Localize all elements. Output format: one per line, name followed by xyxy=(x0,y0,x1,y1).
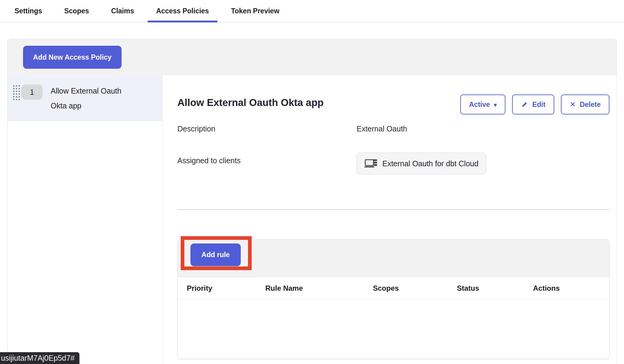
assigned-clients-label: Assigned to clients xyxy=(177,153,357,165)
chevron-down-icon: ▾ xyxy=(494,101,497,108)
close-icon: ✕ xyxy=(570,101,576,108)
pencil-icon xyxy=(521,101,528,108)
tab-access-policies[interactable]: Access Policies xyxy=(148,0,217,22)
tab-token-preview[interactable]: Token Preview xyxy=(223,0,288,22)
policy-action-buttons: Active ▾ Edit ✕ xyxy=(460,94,609,114)
column-header-scopes: Scopes xyxy=(373,284,457,293)
link-preview-statusbar: usijiutarM7Aj0Ep5d7# xyxy=(0,352,79,364)
policy-detail: Allow External Oauth Okta app Active ▾ xyxy=(163,75,616,364)
add-rule-button[interactable]: Add rule xyxy=(190,243,241,266)
section-divider xyxy=(177,209,609,210)
page: Settings Scopes Claims Access Policies T… xyxy=(0,0,624,364)
drag-handle-icon[interactable] xyxy=(12,84,20,101)
add-new-access-policy-button[interactable]: Add New Access Policy xyxy=(23,46,122,69)
rules-section: Add rule Priority Rule Name Scopes Statu… xyxy=(177,239,609,359)
policy-fields: Description External Oauth Assigned to c… xyxy=(177,124,609,174)
column-header-rule-name: Rule Name xyxy=(265,284,373,293)
panel-body: 1 Allow External Oauth Okta app Allow Ex… xyxy=(8,75,616,364)
client-app-icon xyxy=(364,157,378,170)
client-chip-label: External Oauth for dbt Cloud xyxy=(382,159,478,168)
description-row: Description External Oauth xyxy=(177,124,609,133)
rules-table-body-empty xyxy=(178,300,609,359)
tab-scopes[interactable]: Scopes xyxy=(56,0,98,22)
tab-bar: Settings Scopes Claims Access Policies T… xyxy=(0,0,624,22)
client-chip[interactable]: External Oauth for dbt Cloud xyxy=(357,153,486,174)
column-header-priority: Priority xyxy=(187,284,265,293)
rules-toolbar: Add rule xyxy=(178,240,609,277)
edit-button[interactable]: Edit xyxy=(512,94,554,114)
policy-list-sidebar: 1 Allow External Oauth Okta app xyxy=(8,75,163,364)
policy-list-item[interactable]: 1 Allow External Oauth Okta app xyxy=(8,75,162,121)
assigned-clients-row: Assigned to clients xyxy=(177,153,609,174)
policy-list-item-label: Allow External Oauth Okta app xyxy=(51,84,139,113)
status-dropdown-label: Active xyxy=(469,101,490,109)
delete-button-label: Delete xyxy=(580,101,601,109)
tab-claims[interactable]: Claims xyxy=(103,0,143,22)
policy-title: Allow External Oauth Okta app xyxy=(177,94,324,108)
rules-table-header: Priority Rule Name Scopes Status Actions xyxy=(178,277,609,300)
description-label: Description xyxy=(177,124,357,133)
column-header-actions: Actions xyxy=(533,284,609,293)
edit-button-label: Edit xyxy=(532,101,545,109)
access-policies-panel: Add New Access Policy 1 Allow External O… xyxy=(7,39,617,364)
column-header-status: Status xyxy=(457,284,533,293)
description-value: External Oauth xyxy=(357,124,407,133)
status-dropdown-button[interactable]: Active ▾ xyxy=(460,94,506,114)
panel-toolbar: Add New Access Policy xyxy=(8,39,616,75)
delete-button[interactable]: ✕ Delete xyxy=(561,94,609,114)
tab-settings[interactable]: Settings xyxy=(6,0,51,22)
policy-priority-badge: 1 xyxy=(21,84,43,100)
